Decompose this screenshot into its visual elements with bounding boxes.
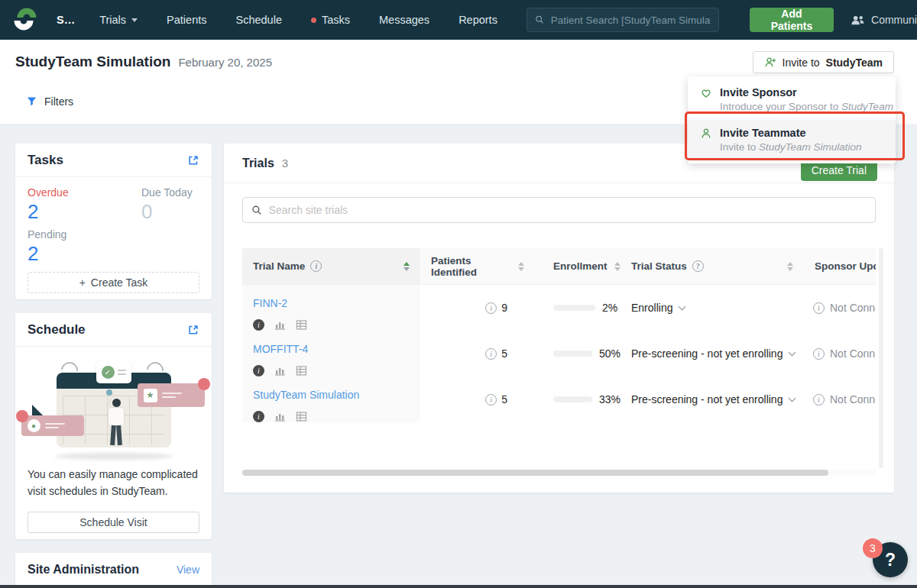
enrollment-percent: 33% <box>599 393 621 405</box>
bar-chart-icon[interactable] <box>274 319 286 331</box>
nav-item-site-truncated[interactable]: S… <box>57 14 75 26</box>
trial-link[interactable]: MOFFITT-4 <box>253 343 308 355</box>
schedule-visit-button[interactable]: Schedule Visit <box>28 512 199 533</box>
due-today-label: Due Today <box>141 186 199 199</box>
filters-button[interactable]: Filters <box>26 95 73 108</box>
bottom-edge-strip <box>0 585 917 588</box>
info-circle-icon[interactable]: i <box>813 348 825 360</box>
trial-link[interactable]: FINN-2 <box>253 297 287 309</box>
create-task-label: Create Task <box>91 276 147 289</box>
trial-status-value[interactable]: Enrolling <box>631 302 672 314</box>
create-task-button[interactable]: + Create Task <box>28 272 199 293</box>
chevron-down-icon <box>131 18 138 22</box>
enrollment-header-label: Enrollment <box>553 260 608 272</box>
patients-identified-value: 9 <box>501 302 507 314</box>
invite-teammate-subtitle: Invite to StudyTeam Simulation <box>720 141 883 153</box>
site-administration-card: Site Administration View <box>15 553 212 588</box>
column-header-enrollment[interactable]: Enrollment <box>535 248 621 284</box>
table-icon[interactable] <box>296 411 307 422</box>
nav-item-messages[interactable]: Messages <box>379 14 429 26</box>
nav-item-tasks[interactable]: Tasks <box>311 14 350 26</box>
sort-control[interactable] <box>518 262 524 271</box>
info-circle-icon[interactable]: i <box>813 302 825 314</box>
enrollment-percent: 2% <box>602 302 617 314</box>
table-row[interactable]: StudyTeam Simulation i i 5 <box>242 376 876 422</box>
info-circle-icon[interactable]: i <box>485 302 497 314</box>
column-header-sponsor-updates[interactable]: Sponsor Upda <box>804 248 876 284</box>
tag-dot <box>198 378 210 390</box>
due-today-count[interactable]: 0 <box>141 200 199 224</box>
info-circle-icon[interactable]: i <box>813 394 825 405</box>
info-circle-icon[interactable]: i <box>485 348 497 360</box>
overdue-count[interactable]: 2 <box>28 200 141 224</box>
bar-chart-icon[interactable] <box>274 411 286 422</box>
tag-text-lines <box>162 390 182 400</box>
overdue-label: Overdue <box>28 186 141 199</box>
column-header-trial-name[interactable]: Trial Name i <box>242 248 420 284</box>
bar-chart-icon[interactable] <box>274 365 286 376</box>
enrollment-cell: 2% <box>535 285 621 331</box>
studyteam-logo-icon[interactable] <box>14 7 37 33</box>
site-admin-view-link[interactable]: View <box>177 564 199 576</box>
trials-search-box[interactable] <box>242 197 876 223</box>
external-link-icon[interactable] <box>187 154 199 166</box>
trial-status-value[interactable]: Pre-screening - not yet enrolling <box>631 393 783 405</box>
community-link[interactable]: Community <box>851 14 917 26</box>
pending-count[interactable]: 2 <box>28 242 199 266</box>
horizontal-scrollbar-thumb[interactable] <box>242 470 828 476</box>
column-header-patients-identified[interactable]: Patients Identified <box>420 248 535 284</box>
trial-status-cell: Enrolling <box>621 285 804 331</box>
menu-item-invite-teammate[interactable]: Invite Teammate Invite to StudyTeam Simu… <box>688 120 896 160</box>
table-row[interactable]: FINN-2 i i 9 <box>242 285 876 331</box>
help-widget-button[interactable]: ? 3 <box>873 542 908 577</box>
person-leg <box>110 425 116 445</box>
external-link-icon[interactable] <box>187 324 199 336</box>
nav-item-trials[interactable]: Trials <box>99 14 138 26</box>
invite-sponsor-row: Invite Sponsor <box>700 86 883 99</box>
filters-label: Filters <box>44 95 73 108</box>
chevron-down-icon[interactable] <box>789 395 796 402</box>
column-header-trial-status[interactable]: Trial Status ? <box>621 248 804 284</box>
menu-item-invite-sponsor[interactable]: Invite Sponsor Introduce your Sponsor to… <box>688 79 896 120</box>
heart-icon <box>700 87 712 99</box>
schedule-illustration: ✓ ● ★ <box>32 360 196 461</box>
trials-search-input[interactable] <box>269 204 867 216</box>
vertical-scrollbar-track[interactable] <box>879 248 883 468</box>
horizontal-scrollbar-track[interactable] <box>242 470 876 476</box>
search-icon <box>535 15 545 25</box>
sort-control[interactable] <box>614 262 621 271</box>
table-icon[interactable] <box>296 365 307 376</box>
enrollment-percent: 50% <box>599 347 621 360</box>
info-filled-icon[interactable]: i <box>253 319 264 331</box>
info-circle-icon[interactable]: i <box>310 260 322 272</box>
schedule-card-title: Schedule <box>28 322 86 338</box>
nav-item-reports[interactable]: Reports <box>458 14 497 26</box>
chevron-down-icon[interactable] <box>679 303 686 311</box>
info-filled-icon[interactable]: i <box>253 365 264 376</box>
invite-to-studyteam-button[interactable]: Invite to StudyTeam <box>753 51 894 73</box>
enrollment-progress-bar <box>553 351 592 357</box>
add-patients-button[interactable]: Add Patients <box>750 8 834 32</box>
chevron-down-icon[interactable] <box>789 349 796 357</box>
table-icon[interactable] <box>296 319 307 331</box>
sort-control[interactable] <box>403 262 410 271</box>
trial-link[interactable]: StudyTeam Simulation <box>253 389 359 401</box>
table-row[interactable]: MOFFITT-4 i i 5 <box>242 331 876 376</box>
question-circle-icon[interactable]: ? <box>692 260 704 272</box>
info-filled-icon[interactable]: i <box>253 411 264 422</box>
table-header-row: Trial Name i Patients Identified Enrollm… <box>242 248 876 285</box>
patient-search-input[interactable] <box>551 15 711 26</box>
plus-icon: + <box>79 276 86 289</box>
site-admin-header: Site Administration View <box>15 553 212 586</box>
nav-item-schedule[interactable]: Schedule <box>235 14 281 26</box>
trial-status-value[interactable]: Pre-screening - not yet enrolling <box>631 347 783 360</box>
person-torso <box>109 408 124 426</box>
ground-shadow <box>55 453 173 460</box>
sort-control[interactable] <box>787 262 793 271</box>
patient-search-box[interactable] <box>527 8 719 32</box>
nav-item-patients[interactable]: Patients <box>167 14 206 26</box>
trial-status-header-label: Trial Status <box>631 260 687 272</box>
info-circle-icon[interactable]: i <box>485 394 497 405</box>
page-title: StudyTeam Simulation <box>15 53 170 70</box>
invite-button-prefix: Invite to <box>783 57 820 69</box>
